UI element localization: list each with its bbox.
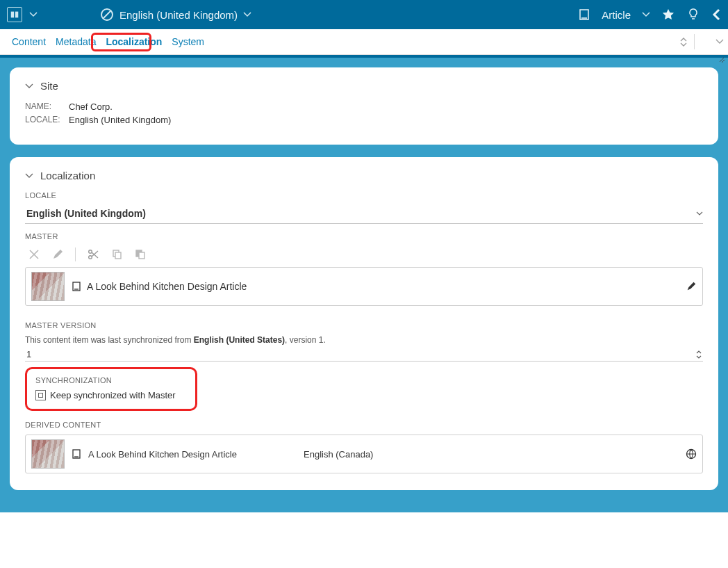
tab-content[interactable]: Content [7, 33, 51, 50]
master-link-item[interactable]: A Look Behind Kitchen Design Article [25, 267, 703, 306]
tab-localization[interactable]: Localization [101, 33, 167, 50]
spinner-controls[interactable] [696, 350, 702, 359]
site-section-toggle[interactable]: Site [25, 80, 703, 92]
localization-panel: Localization LOCALE English (United King… [10, 157, 718, 490]
master-field-label: MASTER [25, 232, 703, 241]
localization-section-toggle[interactable]: Localization [25, 170, 703, 181]
app-header: English (United Kingdom) Article [0, 0, 728, 29]
tab-scroll-control-left[interactable] [680, 38, 687, 47]
copy-icon[interactable] [110, 248, 123, 261]
article-icon [72, 449, 81, 459]
site-locale-label: LOCALE: [25, 115, 63, 125]
tab-metadata[interactable]: Metadata [51, 33, 101, 50]
content-type-icon[interactable] [7, 7, 22, 22]
lightbulb-icon[interactable] [686, 8, 700, 22]
svg-rect-10 [115, 252, 121, 259]
annotation-highlight-sync: SYNCHRONIZATION Keep synchronized with M… [25, 367, 197, 411]
sync-checkbox-label: Keep synchronized with Master [50, 390, 176, 400]
article-icon [72, 282, 81, 291]
master-version-spinner[interactable]: 1 [25, 348, 703, 362]
header-language-label: English (United Kingdom) [119, 9, 238, 21]
master-thumbnail [31, 272, 65, 301]
site-panel: Site NAME:Chef Corp. LOCALE:English (Uni… [10, 67, 718, 145]
tab-scroll-control-right[interactable] [702, 40, 709, 44]
localization-heading: Localization [40, 170, 95, 181]
resize-handle-icon[interactable] [718, 56, 725, 63]
chevron-down-icon[interactable] [642, 12, 650, 17]
tab-strip: Content Metadata Localization System [0, 29, 728, 55]
sync-label: SYNCHRONIZATION [35, 376, 187, 384]
doc-type-icon [578, 8, 590, 21]
svg-line-3 [104, 11, 111, 19]
pencil-icon[interactable] [51, 248, 64, 261]
chevron-down-icon [25, 173, 33, 179]
derived-link-item[interactable]: A Look Behind Kitchen Design Article Eng… [25, 435, 703, 473]
star-icon[interactable] [661, 8, 675, 22]
site-name-label: NAME: [25, 102, 63, 112]
tab-system[interactable]: System [167, 33, 209, 50]
header-doctype-label: Article [602, 9, 631, 21]
header-left [7, 7, 38, 22]
svg-rect-12 [139, 252, 144, 259]
locale-select-value: English (United Kingdom) [26, 208, 146, 219]
site-locale-value: English (United Kingdom) [69, 115, 171, 125]
pencil-icon[interactable] [686, 281, 697, 292]
master-item-title: A Look Behind Kitchen Design Article [87, 281, 247, 292]
site-name-value: Chef Corp. [69, 102, 113, 112]
chevron-down-icon [696, 211, 703, 216]
chevron-down-icon[interactable] [29, 12, 38, 17]
master-version-note: This content item was last synchronized … [25, 335, 703, 345]
derived-item-locale: English (Canada) [304, 449, 373, 460]
chevron-down-icon [243, 12, 251, 17]
sync-checkbox[interactable] [35, 390, 46, 400]
close-icon[interactable] [28, 248, 40, 261]
globe-icon[interactable] [686, 448, 697, 460]
svg-rect-0 [11, 12, 14, 18]
chevron-left-icon[interactable] [711, 8, 721, 22]
master-version-value: 1 [26, 349, 31, 359]
derived-item-title: A Look Behind Kitchen Design Article [88, 449, 297, 460]
content-area: Site NAME:Chef Corp. LOCALE:English (Uni… [0, 55, 728, 512]
svg-point-7 [89, 256, 92, 259]
chevron-down-icon [25, 83, 33, 89]
header-right: Article [578, 8, 721, 22]
master-toolbar [28, 248, 703, 261]
paste-icon[interactable] [134, 248, 147, 261]
svg-point-8 [89, 250, 92, 254]
locale-select[interactable]: English (United Kingdom) [25, 205, 703, 224]
header-language-selector[interactable]: English (United Kingdom) [100, 8, 251, 22]
derived-label: DERIVED CONTENT [25, 421, 703, 429]
svg-rect-1 [15, 12, 18, 18]
chevron-down-icon[interactable] [715, 39, 724, 44]
scissors-icon[interactable] [87, 248, 99, 261]
master-version-label: MASTER VERSION [25, 321, 703, 330]
locale-field-label: LOCALE [25, 191, 703, 200]
prohibit-icon [100, 8, 114, 22]
derived-thumbnail [31, 439, 65, 469]
site-heading: Site [40, 80, 58, 92]
